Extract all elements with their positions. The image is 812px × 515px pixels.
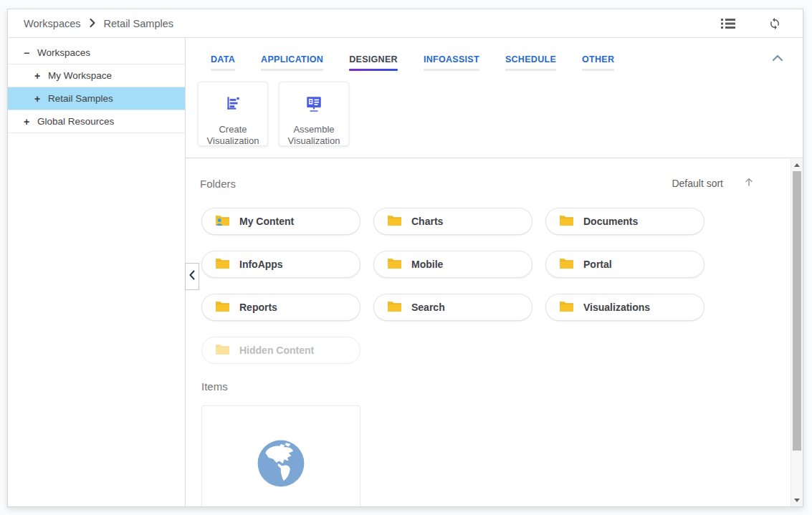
tool-cards: Create Visualization [198, 82, 349, 146]
tool-card-label: Create Visualization [199, 124, 267, 147]
folder-icon [387, 257, 402, 272]
app-body: − Workspaces + My Workspace + Retail Sam… [8, 38, 803, 506]
tree-item-global-resources[interactable]: + Global Resources [8, 110, 185, 133]
folder-label: Reports [239, 302, 277, 313]
folders-header-row: Folders Default sort [200, 177, 753, 190]
tool-tabs: DATA APPLICATION DESIGNER INFOASSIST [204, 54, 633, 71]
tab-label: OTHER [582, 54, 614, 64]
tab-infoassist[interactable]: INFOASSIST [416, 54, 487, 71]
tab-schedule[interactable]: SCHEDULE [498, 54, 563, 71]
tab-application[interactable]: APPLICATION [254, 54, 330, 71]
refresh-icon[interactable] [768, 17, 781, 30]
scroll-down-button[interactable] [791, 495, 803, 506]
tab-label: INFOASSIST [424, 54, 479, 64]
chevron-left-icon [189, 270, 195, 283]
tab-data[interactable]: DATA [204, 54, 242, 71]
tree-item-workspaces[interactable]: − Workspaces [8, 42, 185, 64]
tree-item-my-workspace[interactable]: + My Workspace [8, 64, 185, 87]
tab-label: SCHEDULE [505, 54, 556, 64]
folder-label: Documents [583, 216, 638, 227]
folder-label: Charts [411, 216, 443, 227]
folder-visualizations[interactable]: Visualizations [545, 294, 704, 321]
sort-control[interactable]: Default sort [672, 177, 753, 190]
triangle-up-icon [794, 163, 800, 167]
item-card[interactable] [201, 405, 360, 506]
header-actions [721, 17, 781, 30]
folder-label: Portal [583, 259, 612, 270]
main-panel: DATA APPLICATION DESIGNER INFOASSIST [186, 38, 803, 506]
folder-icon [215, 343, 230, 358]
folder-label: Search [411, 302, 445, 313]
folder-hidden-content[interactable]: Hidden Content [201, 337, 360, 364]
scroll-up-button[interactable] [791, 160, 803, 170]
folder-mobile[interactable]: Mobile [373, 251, 532, 278]
folder-icon [387, 214, 402, 229]
scrollbar-thumb[interactable] [793, 171, 801, 451]
tab-label: APPLICATION [261, 54, 323, 64]
folder-icon [387, 300, 402, 315]
expand-icon[interactable]: + [34, 93, 46, 105]
tree-item-retail-samples[interactable]: + Retail Samples [8, 87, 185, 110]
folder-grid: My Content Charts [201, 208, 704, 364]
tab-label: DESIGNER [349, 54, 398, 64]
sidebar-collapse-handle[interactable] [185, 263, 199, 290]
breadcrumb-current: Retail Samples [104, 18, 174, 29]
resource-browser: Folders Default sort [186, 159, 803, 506]
folder-label: Hidden Content [239, 345, 314, 356]
my-content-folder-icon [215, 214, 230, 229]
folder-my-content[interactable]: My Content [201, 208, 360, 235]
breadcrumb: Workspaces Retail Samples [24, 18, 173, 29]
folder-infoapps[interactable]: InfoApps [201, 251, 360, 278]
tree-item-label: Global Resources [37, 116, 114, 127]
chevron-right-icon [90, 18, 95, 29]
triangle-down-icon [794, 499, 800, 502]
folder-portal[interactable]: Portal [545, 251, 704, 278]
folder-label: My Content [239, 216, 294, 227]
tree-item-label: My Workspace [48, 70, 112, 81]
folder-icon [215, 257, 230, 272]
chevron-up-icon [773, 52, 783, 63]
dashboard-monitor-icon [305, 94, 323, 115]
breadcrumb-bar: Workspaces Retail Samples [8, 9, 803, 38]
folder-label: Visualizations [583, 302, 650, 313]
tab-underline [211, 69, 235, 71]
tree-item-label: Workspaces [37, 47, 90, 58]
list-view-icon[interactable] [721, 18, 735, 29]
tab-other[interactable]: OTHER [575, 54, 621, 71]
folder-charts[interactable]: Charts [373, 208, 532, 235]
resource-content: Folders Default sort [186, 159, 790, 506]
arrow-up-icon[interactable] [745, 177, 753, 190]
folder-icon [215, 300, 230, 315]
tab-underline [582, 69, 614, 71]
folder-reports[interactable]: Reports [201, 294, 360, 321]
folder-icon [559, 300, 574, 315]
vertical-scrollbar[interactable] [790, 159, 803, 506]
app-window: Workspaces Retail Samples [7, 9, 803, 507]
tab-designer[interactable]: DESIGNER [342, 54, 405, 71]
folder-documents[interactable]: Documents [545, 208, 704, 235]
assemble-visualization-card[interactable]: Assemble Visualization [279, 82, 349, 146]
collapse-expander-icon[interactable]: − [24, 47, 35, 59]
folders-heading: Folders [200, 178, 236, 190]
expand-icon[interactable]: + [34, 70, 46, 82]
sort-label: Default sort [672, 178, 723, 189]
workspace-tree: − Workspaces + My Workspace + Retail Sam… [8, 38, 186, 506]
folder-icon [559, 214, 574, 229]
bar-chart-icon [224, 94, 242, 115]
tool-card-label: Assemble Visualization [280, 124, 348, 147]
tab-underline [424, 69, 479, 71]
folder-label: InfoApps [239, 259, 283, 270]
tree-item-label: Retail Samples [48, 93, 113, 104]
items-heading: Items [201, 380, 228, 393]
panel-collapse-button[interactable] [770, 49, 785, 66]
breadcrumb-workspaces[interactable]: Workspaces [24, 18, 81, 29]
tab-underline [349, 69, 398, 71]
tab-underline [261, 69, 323, 71]
expand-icon[interactable]: + [24, 116, 35, 127]
create-visualization-card[interactable]: Create Visualization [198, 82, 268, 146]
folder-search[interactable]: Search [373, 294, 532, 321]
folder-label: Mobile [411, 259, 443, 270]
tab-underline [505, 69, 556, 71]
globe-icon [255, 438, 307, 492]
folder-icon [559, 257, 574, 272]
